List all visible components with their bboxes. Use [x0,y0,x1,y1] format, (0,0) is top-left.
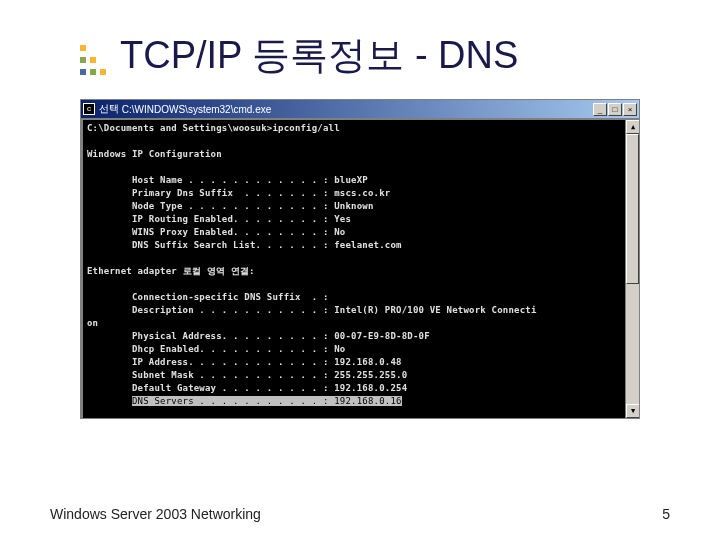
footer: Windows Server 2003 Networking 5 [50,506,670,522]
ipconfig-header: Windows IP Configuration [87,148,635,161]
window-title-prefix: 선택 [99,102,119,116]
maximize-button[interactable]: □ [608,103,622,116]
field-row: DNS Suffix Search List. . . . . . : feel… [87,239,635,252]
title-area: TCP/IP 등록정보 - DNS [80,30,670,81]
field-row: Subnet Mask . . . . . . . . . . . : 255.… [87,369,635,382]
scroll-up-button[interactable]: ▲ [626,120,639,134]
slide-title: TCP/IP 등록정보 - DNS [120,30,518,81]
title-bullet-icon [80,45,106,75]
terminal-output[interactable]: C:\Documents and Settings\woosuk>ipconfi… [81,118,639,418]
cmd-window: c 선택 C:\WINDOWS\system32\cmd.exe _ □ × C… [80,99,640,419]
titlebar[interactable]: c 선택 C:\WINDOWS\system32\cmd.exe _ □ × [81,100,639,118]
window-title: C:\WINDOWS\system32\cmd.exe [122,104,271,115]
field-row: IP Routing Enabled. . . . . . . . : Yes [87,213,635,226]
close-button[interactable]: × [623,103,637,116]
slide: TCP/IP 등록정보 - DNS c 선택 C:\WINDOWS\system… [0,0,720,540]
dns-highlight-row: DNS Servers . . . . . . . . . . . : 192.… [87,395,635,408]
field-row: Description . . . . . . . . . . . : Inte… [87,304,635,317]
field-row: Connection-specific DNS Suffix . : [87,291,635,304]
field-row: Dhcp Enabled. . . . . . . . . . . : No [87,343,635,356]
adapter-header: Ethernet adapter 로컬 영역 연결: [87,265,635,278]
field-row: Primary Dns Suffix . . . . . . . : mscs.… [87,187,635,200]
scroll-thumb[interactable] [626,134,639,284]
window-buttons: _ □ × [593,103,637,116]
prompt-line: C:\Documents and Settings\woosuk>ipconfi… [87,122,635,135]
field-row: WINS Proxy Enabled. . . . . . . . : No [87,226,635,239]
page-number: 5 [662,506,670,522]
footer-text: Windows Server 2003 Networking [50,506,261,522]
wrap-line: on [87,317,635,330]
field-row: IP Address. . . . . . . . . . . . : 192.… [87,356,635,369]
minimize-button[interactable]: _ [593,103,607,116]
scrollbar[interactable]: ▲ ▼ [625,120,639,418]
field-row: Host Name . . . . . . . . . . . . : blue… [87,174,635,187]
field-row: Node Type . . . . . . . . . . . . : Unkn… [87,200,635,213]
field-row: Physical Address. . . . . . . . . : 00-0… [87,330,635,343]
cmd-icon: c [83,103,95,115]
field-row: Default Gateway . . . . . . . . . : 192.… [87,382,635,395]
scroll-down-button[interactable]: ▼ [626,404,639,418]
